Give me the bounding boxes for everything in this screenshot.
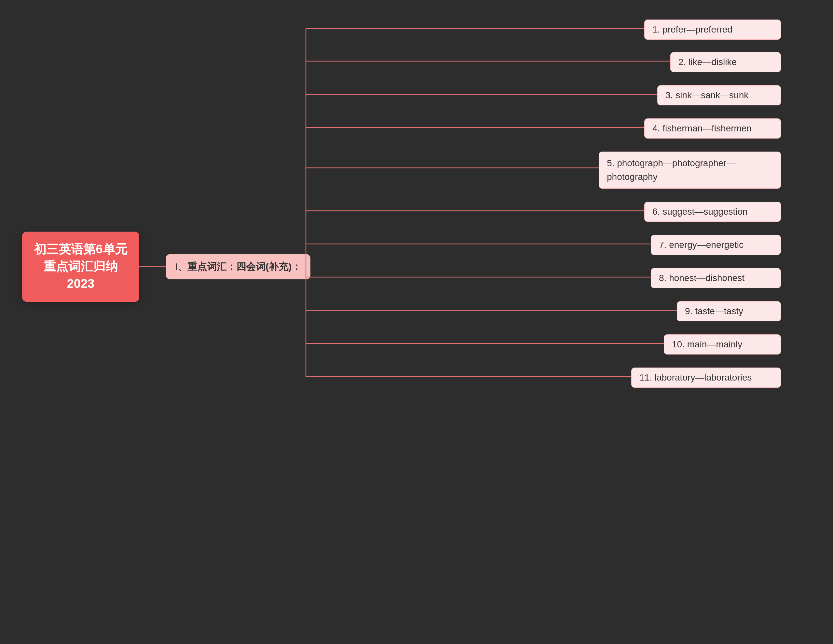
leaf-10: 10. main—mainly [664, 334, 781, 355]
branch-label: I、重点词汇：四会词(补充)： [175, 261, 301, 272]
root-label: 初三英语第6单元重点词汇归纳2023 [34, 243, 127, 291]
leaf-6: 6. suggest—suggestion [644, 202, 781, 222]
leaf-7: 7. energy—energetic [651, 235, 781, 255]
mind-map: 初三英语第6单元重点词汇归纳2023 I、重点词汇：四会词(补充)： 1. pr… [0, 0, 833, 644]
leaf-9: 9. taste—tasty [677, 301, 781, 321]
leaf-1: 1. prefer—preferred [644, 19, 781, 40]
leaf-2: 2. like—dislike [670, 52, 781, 72]
leaf-3: 3. sink—sank—sunk [657, 85, 781, 105]
root-node: 初三英语第6单元重点词汇归纳2023 [22, 231, 139, 302]
branch-node: I、重点词汇：四会词(补充)： [166, 254, 310, 279]
leaf-4: 4. fisherman—fishermen [644, 119, 781, 138]
leaf-11: 11. laboratory—laboratories [631, 368, 781, 388]
leaf-5: 5. photograph—photographer—photography [599, 152, 781, 189]
leaf-8: 8. honest—dishonest [651, 268, 781, 288]
